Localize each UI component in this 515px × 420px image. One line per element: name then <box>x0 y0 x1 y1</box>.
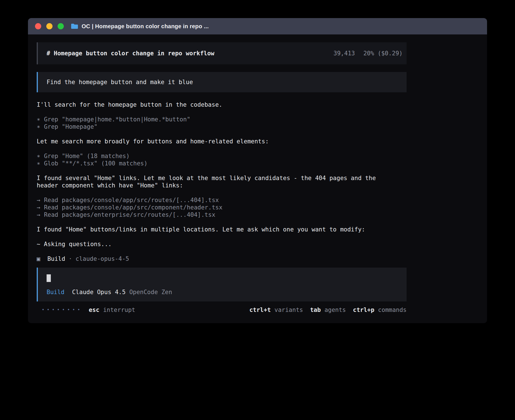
status-line: ~ Asking questions... <box>37 240 407 248</box>
assistant-line: I found several "Home" links. Let me loo… <box>37 174 407 182</box>
tool-call-group: →Read packages/console/app/src/routes/[.… <box>37 196 407 218</box>
window-title: OC | Homepage button color change in rep… <box>82 23 209 30</box>
tool-call-group: ∗Grep "Home" (18 matches) ∗Glob "**/*.ts… <box>37 152 407 167</box>
shortcut-label-commands: commands <box>378 306 407 314</box>
asterisk-icon: ∗ <box>37 152 40 160</box>
shortcut-variants: ctrl+t variants <box>249 306 303 314</box>
shortcut-agents: tab agents <box>310 306 346 314</box>
tool-call: ∗Grep "Home" (18 matches) <box>37 152 407 160</box>
model-name: Claude Opus 4.5 <box>72 288 126 296</box>
assistant-text: I found "Home" buttons/links in multiple… <box>37 226 407 233</box>
spinner-dots-icon: •••••••• <box>42 306 82 314</box>
agent-model: claude-opus-4-5 <box>76 255 129 262</box>
input-meta: Build Claude Opus 4.5 OpenCode Zen <box>47 288 407 296</box>
session-title: # Homepage button color change in repo w… <box>47 50 214 57</box>
mode-indicator: Build <box>47 288 64 296</box>
assistant-line: I'll search for the homepage button in t… <box>37 101 407 108</box>
assistant-line: Let me search more broadly for buttons a… <box>37 138 407 145</box>
tool-call-group: ∗Grep "homepage|home.*button|Home.*butto… <box>37 116 407 130</box>
close-button[interactable] <box>35 23 41 29</box>
shortcut-commands: ctrl+p commands <box>353 306 407 314</box>
provider-name: OpenCode Zen <box>129 288 172 296</box>
asterisk-icon: ∗ <box>37 123 40 130</box>
shortcut-label-interrupt: interrupt <box>103 306 135 314</box>
folder-icon <box>71 23 78 29</box>
arrow-right-icon: → <box>37 204 40 211</box>
asterisk-icon: ∗ <box>37 160 40 167</box>
status-bar-left: •••••••• esc interrupt <box>42 306 135 314</box>
terminal-content: # Homepage button color change in repo w… <box>28 42 487 316</box>
tool-call-label: Grep "Home" (18 matches) <box>44 153 130 159</box>
shortcut-label-agents: agents <box>324 306 346 314</box>
shortcut-label-variants: variants <box>274 306 303 314</box>
session-header: # Homepage button color change in repo w… <box>37 42 407 64</box>
tool-call-label: Read packages/console/app/src/component/… <box>44 204 222 211</box>
tool-call-label: Read packages/enterprise/src/routes/[...… <box>44 211 215 218</box>
assistant-text: Let me search more broadly for buttons a… <box>37 138 407 145</box>
titlebar-title-group: OC | Homepage button color change in rep… <box>71 23 209 30</box>
traffic-lights <box>35 23 64 29</box>
asterisk-icon: ∗ <box>37 116 40 123</box>
shortcut-key-tab: tab <box>310 306 321 314</box>
tool-call-label: Read packages/console/app/src/routes/[..… <box>44 197 219 204</box>
tool-call: →Read packages/console/app/src/component… <box>37 204 407 211</box>
tool-call-label: Glob "**/*.tsx" (100 matches) <box>44 160 148 167</box>
status-bar: •••••••• esc interrupt ctrl+t variants t… <box>37 304 407 316</box>
prompt-input[interactable]: Build Claude Opus 4.5 OpenCode Zen <box>37 268 407 301</box>
arrow-right-icon: → <box>37 211 40 218</box>
agent-name: Build <box>47 255 65 262</box>
desktop-background: OC | Homepage button color change in rep… <box>0 0 515 420</box>
tool-call: ∗Glob "**/*.tsx" (100 matches) <box>37 160 407 167</box>
shortcut-key-esc: esc <box>89 306 99 314</box>
minimize-button[interactable] <box>46 23 53 29</box>
user-message-text: Find the homepage button and make it blu… <box>47 78 193 86</box>
user-message: Find the homepage button and make it blu… <box>37 72 407 92</box>
dot-separator: · <box>69 255 72 262</box>
conversation: I'll search for the homepage button in t… <box>37 101 407 262</box>
assistant-line: I found "Home" buttons/links in multiple… <box>37 226 407 233</box>
tool-call-label: Grep "homepage|home.*button|Home.*button… <box>44 116 190 123</box>
zoom-button[interactable] <box>58 23 64 29</box>
tool-call-label: Grep "Homepage" <box>44 123 98 130</box>
assistant-text: I found several "Home" links. Let me loo… <box>37 174 407 189</box>
assistant-line: header component which have "Home" links… <box>37 182 407 189</box>
token-count: 39,413 <box>333 50 355 57</box>
tool-call: →Read packages/console/app/src/routes/[.… <box>37 196 407 204</box>
agent-status: ▣Build·claude-opus-4-5 <box>37 255 407 262</box>
shortcut-key-ctrl-p: ctrl+p <box>353 306 374 314</box>
agent-square-icon: ▣ <box>37 255 40 262</box>
tool-call: →Read packages/enterprise/src/routes/[..… <box>37 211 407 218</box>
session-stats: 39,413 20% ($0.29) <box>333 50 403 57</box>
assistant-text: I'll search for the homepage button in t… <box>37 101 407 108</box>
terminal-window: OC | Homepage button color change in rep… <box>28 18 487 323</box>
arrow-right-icon: → <box>37 196 40 204</box>
status-text: ~ Asking questions... <box>37 240 407 248</box>
context-usage: 20% ($0.29) <box>363 50 403 57</box>
status-bar-right: ctrl+t variants tab agents ctrl+p comman… <box>249 306 407 314</box>
text-cursor <box>47 274 51 282</box>
window-titlebar[interactable]: OC | Homepage button color change in rep… <box>28 18 487 34</box>
shortcut-key-ctrl-t: ctrl+t <box>249 306 271 314</box>
tool-call: ∗Grep "homepage|home.*button|Home.*butto… <box>37 116 407 123</box>
tool-call: ∗Grep "Homepage" <box>37 123 407 130</box>
